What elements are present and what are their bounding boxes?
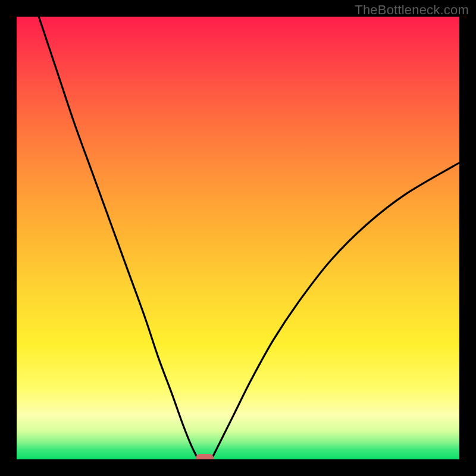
chart-frame: TheBottleneck.com	[0, 0, 476, 476]
attribution-text: TheBottleneck.com	[355, 2, 469, 18]
optimum-marker	[196, 454, 214, 459]
bottleneck-curve	[17, 17, 459, 459]
curve-left-branch	[39, 17, 198, 459]
plot-area	[17, 17, 459, 459]
curve-right-branch	[211, 163, 459, 459]
